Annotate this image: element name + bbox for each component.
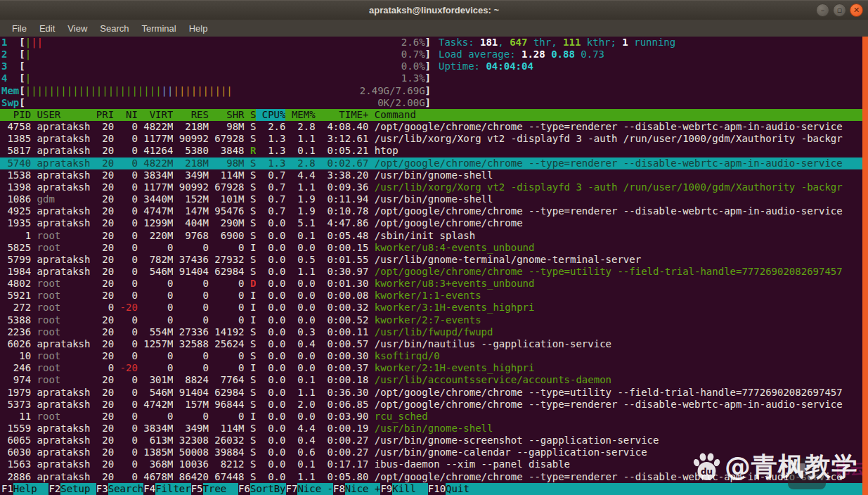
- process-row[interactable]: 4758aprataksh2004822M218M98MS2.62.84:08.…: [0, 121, 868, 133]
- process-row[interactable]: 1563aprataksh200368M100368212S0.00.10:17…: [0, 458, 868, 470]
- column-header-time[interactable]: TIME+: [321, 109, 368, 121]
- process-row[interactable]: 6026aprataksh2001257M3258825624S0.00.40:…: [0, 338, 868, 350]
- process-row-selected[interactable]: 5740aprataksh2004822M218M98MS1.32.80:02.…: [0, 158, 868, 169]
- process-row[interactable]: 10root200000S0.00.00:00.30ksoftirqd/0: [0, 350, 868, 362]
- process-row[interactable]: 11root200000I0.00.00:03.90rcu_sched: [0, 411, 868, 423]
- fkey-f7[interactable]: F7: [286, 483, 298, 495]
- process-row[interactable]: 4802root200000D0.00.00:01.30kworker/u8:3…: [0, 278, 868, 290]
- process-row[interactable]: 272root0-20000I0.00.00:00.32kworker/3:1H…: [0, 302, 868, 314]
- process-row[interactable]: 2236root200554M2733614192S0.00.30:00.11/…: [0, 326, 868, 338]
- column-header-ni[interactable]: NI: [120, 109, 138, 121]
- fkey-f4[interactable]: F4: [143, 483, 155, 495]
- process-row[interactable]: 5817aprataksh2004126453803848R1.30.10:05…: [0, 145, 868, 157]
- process-row[interactable]: 5373aprataksh2004742M157M96844S0.02.00:0…: [0, 399, 868, 411]
- menu-view[interactable]: View: [61, 23, 93, 34]
- fkey-label-tree[interactable]: Tree: [203, 483, 239, 495]
- summary-line: Tasks: 181, 647 thr, 111 kthr; 1 running: [437, 37, 868, 49]
- column-header-mem[interactable]: MEM%: [292, 109, 316, 121]
- process-list: 4758aprataksh2004822M218M98MS2.62.84:08.…: [0, 121, 868, 483]
- fkey-f9[interactable]: F9: [380, 483, 392, 495]
- meter-1: 1[|||2.6%]: [0, 37, 431, 49]
- menu-edit[interactable]: Edit: [33, 23, 61, 34]
- fkey-label-nice[interactable]: Nice +: [345, 483, 381, 495]
- fkey-f1[interactable]: F1: [1, 483, 13, 495]
- fkey-f10[interactable]: F10: [428, 483, 446, 495]
- summary-line: Load average: 1.28 0.88 0.73: [437, 49, 868, 60]
- meter-2: 2[|0.7%]: [0, 49, 431, 60]
- meter-4: 4[|1.3%]: [0, 72, 431, 84]
- process-row[interactable]: 1385aprataksh2001177M9099267928S1.31.13:…: [0, 133, 868, 145]
- process-row[interactable]: 1935aprataksh2001299M404M290MS0.05.14:47…: [0, 217, 868, 229]
- column-header-pri[interactable]: PRI: [96, 109, 114, 121]
- process-row[interactable]: 1538aprataksh2003834M349M114MS0.74.43:38…: [0, 169, 868, 181]
- meter-3: 3[0.0%]: [0, 60, 431, 72]
- maximize-button[interactable]: ▫: [833, 4, 846, 17]
- process-row[interactable]: 6030aprataksh2001385M5000839884S0.00.60:…: [0, 446, 868, 458]
- fkey-label-sortby[interactable]: SortBy: [250, 483, 286, 495]
- fkey-f2[interactable]: F2: [48, 483, 60, 495]
- fkey-label-quit[interactable]: Quit: [446, 483, 481, 495]
- menu-terminal[interactable]: Terminal: [136, 23, 183, 34]
- meter-swp: Swp[0K/2.00G]: [0, 97, 431, 109]
- terminal-scrollbar[interactable]: [862, 37, 868, 495]
- fkey-f8[interactable]: F8: [333, 483, 345, 495]
- process-row[interactable]: 4925aprataksh2004747M147M95476S0.71.90:1…: [0, 205, 868, 217]
- meter-mem: Mem[|||||||||||||||||||||||||||||||||||2…: [0, 85, 431, 97]
- table-header: PIDUSERPRINIVIRTRESSHRSCPU%MEM%TIME+Comm…: [0, 109, 868, 121]
- htop-header: 1[|||2.6%]2[|0.7%]3[0.0%]4[|1.3%]Mem[|||…: [0, 37, 868, 109]
- fkey-f5[interactable]: F5: [191, 483, 203, 495]
- function-key-bar: F1HelpF2SetupF3SearchF4FilterF5TreeF6Sor…: [0, 483, 868, 495]
- menu-help[interactable]: Help: [183, 23, 214, 34]
- terminal-window: aprataksh@linuxfordevices: ~ – ▫ ✕ FileE…: [0, 0, 868, 495]
- minimize-button[interactable]: –: [816, 4, 829, 17]
- column-header-res[interactable]: RES: [179, 109, 209, 121]
- meters: 1[|||2.6%]2[|0.7%]3[0.0%]4[|1.3%]Mem[|||…: [0, 37, 431, 109]
- process-row[interactable]: 2886aprataksh2004678M8642067448S0.01.10:…: [0, 471, 868, 483]
- process-row[interactable]: 1398aprataksh2001177M9099267928S0.71.10:…: [0, 181, 868, 193]
- column-header-cpu[interactable]: CPU%: [256, 109, 285, 121]
- menu-file[interactable]: File: [6, 23, 33, 34]
- process-row[interactable]: 1086gdm2003440M152M101MS0.71.90:11.94/us…: [0, 193, 868, 205]
- column-header-shr[interactable]: SHR: [214, 109, 244, 121]
- window-controls: – ▫ ✕: [816, 4, 863, 17]
- fkey-label-setup[interactable]: Setup: [60, 483, 96, 495]
- process-row[interactable]: 1979aprataksh200546M9140462984S0.01.10:3…: [0, 387, 868, 399]
- fkey-label-nice[interactable]: Nice -: [297, 483, 333, 495]
- menu-search[interactable]: Search: [93, 23, 135, 34]
- process-row[interactable]: 5921root200000I0.00.00:00.08kworker/1:1-…: [0, 290, 868, 302]
- column-header-pid[interactable]: PID: [1, 109, 31, 121]
- window-title: aprataksh@linuxfordevices: ~: [369, 5, 499, 15]
- process-row[interactable]: 1root200220M97686900S0.00.10:05.48/sbin/…: [0, 230, 868, 242]
- menubar: FileEditViewSearchTerminalHelp: [0, 20, 868, 37]
- close-button[interactable]: ✕: [850, 4, 863, 17]
- process-row[interactable]: 6065aprataksh200613M3230826032S0.00.40:0…: [0, 435, 868, 446]
- fkey-f6[interactable]: F6: [238, 483, 250, 495]
- fkey-label-search[interactable]: Search: [108, 483, 144, 495]
- column-header-virt[interactable]: VIRT: [143, 109, 173, 121]
- htop-terminal: 1[|||2.6%]2[|0.7%]3[0.0%]4[|1.3%]Mem[|||…: [0, 37, 868, 495]
- column-header-s[interactable]: S: [250, 109, 256, 121]
- column-header-user[interactable]: USER: [37, 109, 91, 121]
- process-row[interactable]: 1984aprataksh200546M9140462984S0.01.10:3…: [0, 266, 868, 278]
- process-row[interactable]: 974root200301M88247764S0.00.10:00.18/usr…: [0, 374, 868, 386]
- process-row[interactable]: 5388root200000I0.00.00:00.52kworker/2:7-…: [0, 314, 868, 326]
- column-header-cmd[interactable]: Command: [375, 109, 868, 121]
- fkey-label-kill[interactable]: Kill: [392, 483, 428, 495]
- process-row[interactable]: 1559aprataksh2003834M349M114MS0.04.40:00…: [0, 423, 868, 435]
- fkey-f3[interactable]: F3: [96, 483, 108, 495]
- process-row[interactable]: 246root0-20000I0.00.00:00.37kworker/2:1H…: [0, 362, 868, 374]
- summary-line: Uptime: 04:04:04: [437, 60, 868, 72]
- fkey-label-filter[interactable]: Filter: [155, 483, 191, 495]
- process-row[interactable]: 5825root200000I0.00.00:00.15kworker/u8:4…: [0, 242, 868, 254]
- process-row[interactable]: 5799aprataksh200782M3743627932S0.00.50:0…: [0, 254, 868, 266]
- titlebar[interactable]: aprataksh@linuxfordevices: ~ – ▫ ✕: [0, 0, 868, 20]
- fkey-label-help[interactable]: Help: [13, 483, 49, 495]
- summary-info: Tasks: 181, 647 thr, 111 kthr; 1 running…: [431, 37, 868, 109]
